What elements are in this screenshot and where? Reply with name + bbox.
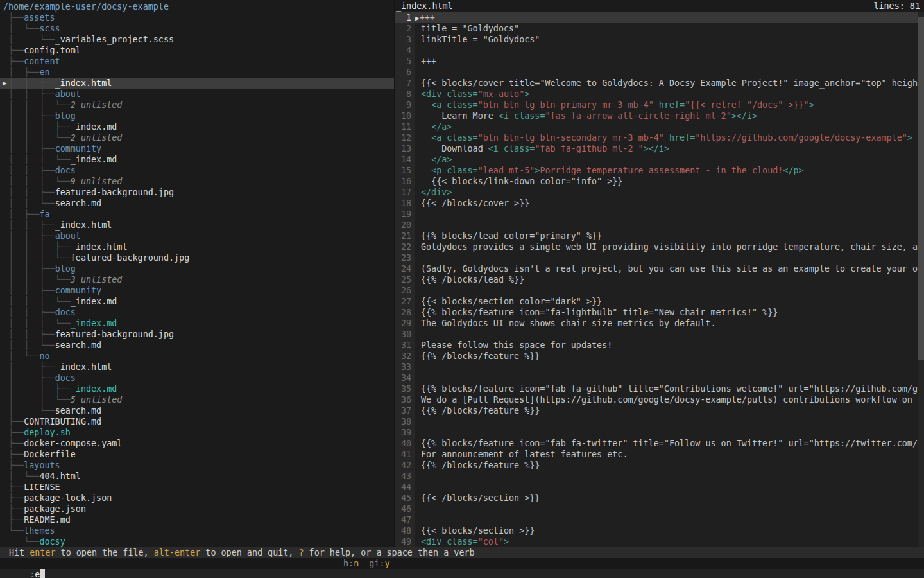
code-line-content: title = "Goldydocs"	[415, 23, 924, 34]
tree-row-blog[interactable]: │ │ ├──blog	[0, 110, 394, 121]
tree-row-search-md[interactable]: │ │ └──search.md	[0, 198, 394, 209]
code-line-18: 18{{< /blocks/cover >}}	[395, 198, 924, 209]
code-line-content: We do a [Pull Request](https://github.co…	[415, 394, 924, 405]
tree-row-readme-md[interactable]: ├──README.md	[0, 514, 394, 525]
code-line-44: 44	[395, 482, 924, 493]
tree-branch-lines: │ └──	[3, 24, 39, 33]
tree-branch-lines: │ │ ├──	[3, 111, 55, 121]
main-area: /home/example-user/docsy-example ├──asse…	[0, 0, 924, 547]
tree-row-assets[interactable]: ├──assets	[0, 12, 394, 23]
tree-entry-name: featured-background.jpg	[55, 188, 174, 197]
tree-row-themes[interactable]: └──themes	[0, 525, 394, 536]
tree-row-docs[interactable]: │ ├──docs	[0, 372, 394, 383]
tree-row-en[interactable]: │ ├──en	[0, 67, 394, 78]
tree-row-no[interactable]: │ └──no	[0, 351, 394, 362]
status-key-hint: enter	[30, 548, 55, 557]
tree-row-package-json[interactable]: ├──package.json	[0, 504, 394, 514]
tree-row-2-unlisted[interactable]: │ │ │ └──2 unlisted	[0, 100, 394, 110]
tree-row-3-unlisted[interactable]: │ │ │ └──3 unlisted	[0, 274, 394, 285]
tree-row--index-md[interactable]: │ │ │ └──_index.md	[0, 154, 394, 165]
code-line-content	[415, 504, 924, 514]
tree-row-contributing-md[interactable]: ├──CONTRIBUTING.md	[0, 416, 394, 427]
tree-row--index-html[interactable]: │ │ ├──_index.html	[0, 220, 394, 231]
tree-row-docsy[interactable]: └──docsy	[0, 536, 394, 547]
tree-row--index-md[interactable]: │ │ │ ├──_index.md	[0, 121, 394, 132]
unlisted-count: 2 unlisted	[71, 100, 123, 110]
code-line-content: {{% /blocks/feature %}}	[415, 351, 924, 362]
tree-entry-name: _index.md	[71, 122, 117, 132]
tree-row-9-unlisted[interactable]: │ │ │ └──9 unlisted	[0, 176, 394, 187]
command-input[interactable]: e	[35, 570, 40, 578]
tree-row--index-md[interactable]: │ │ │ └──_index.md	[0, 318, 394, 329]
tree-branch-lines: │ │ └──	[3, 340, 55, 350]
code-line-26: 26	[395, 285, 924, 296]
code-token: Download	[421, 144, 488, 153]
code-line-content: {{< blocks/cover title="Welcome to Goldy…	[415, 78, 924, 89]
line-number: 6	[395, 67, 415, 78]
tree-branch-lines: │ │ │ └──	[3, 275, 71, 285]
tree-row-docs[interactable]: │ │ ├──docs	[0, 307, 394, 318]
tree-row--index-html[interactable]: │ ├──_index.html	[0, 362, 394, 372]
line-number: 7	[395, 78, 415, 89]
tree-row-deploy-sh[interactable]: ├──deploy.sh	[0, 427, 394, 438]
tree-row--index-md[interactable]: │ │ │ └──_index.md	[0, 296, 394, 307]
code-token: href=	[654, 100, 685, 110]
preview-scrollbar-thumb[interactable]	[918, 17, 924, 360]
preview-scrollbar-track[interactable]	[918, 12, 924, 547]
line-number: 41	[395, 449, 415, 460]
code-token: {{< blocks/section >}}	[421, 526, 535, 536]
tree-row--index-md[interactable]: │ │ ├──_index.md	[0, 383, 394, 394]
tree-row-config-toml[interactable]: ├──config.toml	[0, 45, 394, 56]
tree-row--index-html[interactable]: ▶ │ │ ├──_index.html	[0, 78, 394, 89]
code-token: </p>	[783, 166, 803, 175]
code-token: "{{< relref "/docs" >}}"	[685, 100, 809, 110]
tree-row-search-md[interactable]: │ │ └──search.md	[0, 340, 394, 351]
command-input-bar[interactable]: :e h:n gi:y	[0, 558, 924, 569]
tree-row-featured-background-jpg[interactable]: │ │ ├──featured-background.jpg	[0, 187, 394, 198]
tree-row--index-html[interactable]: │ │ │ ├──_index.html	[0, 241, 394, 252]
tree-row-about[interactable]: │ │ ├──about	[0, 231, 394, 241]
tree-entry-name: CONTRIBUTING.md	[24, 417, 101, 426]
tree-row-featured-background-jpg[interactable]: │ │ ├──featured-background.jpg	[0, 329, 394, 340]
tree-row-docker-compose-yaml[interactable]: ├──docker-compose.yaml	[0, 438, 394, 449]
tree-entry-name: themes	[24, 526, 55, 536]
tree-entry-name: package-lock.json	[24, 493, 112, 503]
tree-row-docs[interactable]: │ │ ├──docs	[0, 165, 394, 176]
tree-row-license[interactable]: ├──LICENSE	[0, 482, 394, 493]
preview-filename: _index.html	[396, 1, 453, 12]
tree-row-community[interactable]: │ │ ├──community	[0, 143, 394, 154]
line-number: 22	[395, 241, 415, 252]
tree-row-search-md[interactable]: │ └──search.md	[0, 405, 394, 416]
tree-row-featured-background-jpg[interactable]: │ │ │ └──featured-background.jpg	[0, 252, 394, 263]
tree-row-dockerfile[interactable]: ├──Dockerfile	[0, 449, 394, 460]
tree-branch-lines: │ │ │ └──	[3, 319, 71, 328]
tree-branch-lines: ├──	[3, 482, 24, 492]
code-line-29: 29The Goldydocs UI now shows chair size …	[395, 318, 924, 329]
tree-entry-name: assets	[24, 13, 55, 22]
tree-root-path[interactable]: /home/example-user/docsy-example	[0, 1, 394, 12]
code-line-content	[415, 209, 924, 220]
line-number: 45	[395, 493, 415, 504]
code-token: <i class=	[488, 144, 535, 153]
tree-row-content[interactable]: ├──content	[0, 56, 394, 67]
tree-row-layouts[interactable]: ├──layouts	[0, 460, 394, 471]
code-line-content	[415, 427, 924, 438]
tree-entry-name: search.md	[55, 406, 102, 416]
code-token: {{% blocks/lead color="primary" %}}	[421, 231, 602, 241]
tree-row-community[interactable]: │ │ ├──community	[0, 285, 394, 296]
code-token: {{< blocks/cover title="Welcome to Goldy…	[421, 78, 918, 88]
tree-row-about[interactable]: │ │ ├──about	[0, 89, 394, 100]
tree-row-package-lock-json[interactable]: ├──package-lock.json	[0, 493, 394, 504]
file-tree-panel: /home/example-user/docsy-example ├──asse…	[0, 0, 394, 547]
tree-row--variables-project-scss[interactable]: │ └──_variables_project.scss	[0, 34, 394, 45]
code-line-22: 22Goldydocs provides a single web UI pro…	[395, 241, 924, 252]
line-number: 36	[395, 394, 415, 405]
line-number: 19	[395, 209, 415, 220]
tree-row-blog[interactable]: │ │ ├──blog	[0, 263, 394, 274]
tree-row-5-unlisted[interactable]: │ │ └──5 unlisted	[0, 394, 394, 405]
tree-row-scss[interactable]: │ └──scss	[0, 23, 394, 34]
tree-row-2-unlisted[interactable]: │ │ │ └──2 unlisted	[0, 132, 394, 143]
tree-row-404-html[interactable]: │ └──404.html	[0, 471, 394, 482]
tree-row-fa[interactable]: │ ├──fa	[0, 209, 394, 220]
code-line-content: <div class="mx-auto">	[415, 89, 924, 100]
